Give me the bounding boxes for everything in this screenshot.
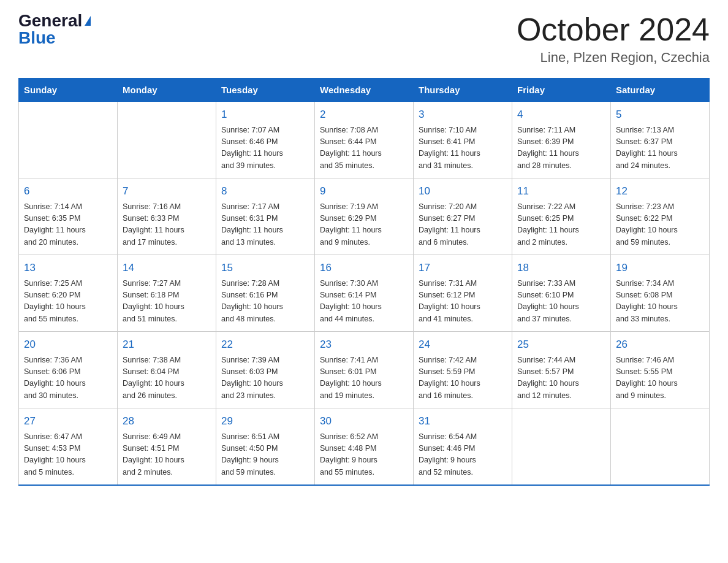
day-number: 12 bbox=[616, 183, 704, 199]
day-info: Sunrise: 7:39 AM Sunset: 6:03 PM Dayligh… bbox=[221, 354, 309, 402]
logo: General Blue bbox=[18, 12, 91, 47]
calendar-cell: 6Sunrise: 7:14 AM Sunset: 6:35 PM Daylig… bbox=[19, 178, 118, 255]
day-number: 11 bbox=[517, 183, 605, 199]
day-info: Sunrise: 7:14 AM Sunset: 6:35 PM Dayligh… bbox=[24, 201, 112, 249]
day-info: Sunrise: 7:16 AM Sunset: 6:33 PM Dayligh… bbox=[123, 201, 211, 249]
calendar-cell: 17Sunrise: 7:31 AM Sunset: 6:12 PM Dayli… bbox=[414, 255, 512, 332]
calendar-week-row: 13Sunrise: 7:25 AM Sunset: 6:20 PM Dayli… bbox=[19, 255, 710, 332]
day-info: Sunrise: 6:54 AM Sunset: 4:46 PM Dayligh… bbox=[419, 431, 507, 479]
day-number: 5 bbox=[616, 107, 704, 123]
day-info: Sunrise: 7:44 AM Sunset: 5:57 PM Dayligh… bbox=[517, 354, 605, 402]
day-info: Sunrise: 7:46 AM Sunset: 5:55 PM Dayligh… bbox=[616, 354, 704, 402]
day-number: 6 bbox=[24, 183, 112, 199]
weekday-header-friday: Friday bbox=[512, 79, 611, 102]
day-number: 3 bbox=[419, 107, 507, 123]
calendar-subtitle: Line, Plzen Region, Czechia bbox=[517, 50, 710, 66]
day-number: 14 bbox=[123, 260, 211, 276]
day-number: 2 bbox=[320, 107, 408, 123]
day-info: Sunrise: 7:20 AM Sunset: 6:27 PM Dayligh… bbox=[419, 201, 507, 249]
calendar-cell: 4Sunrise: 7:11 AM Sunset: 6:39 PM Daylig… bbox=[512, 102, 611, 178]
day-info: Sunrise: 7:17 AM Sunset: 6:31 PM Dayligh… bbox=[221, 201, 309, 249]
logo-triangle-icon bbox=[85, 16, 91, 26]
logo-blue-text: Blue bbox=[18, 29, 56, 47]
calendar-cell: 22Sunrise: 7:39 AM Sunset: 6:03 PM Dayli… bbox=[216, 332, 315, 408]
day-number: 7 bbox=[123, 183, 211, 199]
calendar-cell: 16Sunrise: 7:30 AM Sunset: 6:14 PM Dayli… bbox=[315, 255, 414, 332]
logo-general-text: General bbox=[18, 12, 82, 29]
day-number: 4 bbox=[517, 107, 605, 123]
title-block: October 2024 Line, Plzen Region, Czechia bbox=[517, 12, 710, 66]
weekday-header-thursday: Thursday bbox=[414, 79, 512, 102]
day-info: Sunrise: 7:28 AM Sunset: 6:16 PM Dayligh… bbox=[221, 278, 309, 326]
day-info: Sunrise: 6:52 AM Sunset: 4:48 PM Dayligh… bbox=[320, 431, 408, 479]
calendar-title: October 2024 bbox=[517, 12, 710, 47]
day-number: 24 bbox=[419, 337, 507, 353]
day-info: Sunrise: 7:30 AM Sunset: 6:14 PM Dayligh… bbox=[320, 278, 408, 326]
weekday-header-sunday: Sunday bbox=[19, 79, 118, 102]
day-info: Sunrise: 7:13 AM Sunset: 6:37 PM Dayligh… bbox=[616, 124, 704, 172]
calendar-cell bbox=[512, 408, 611, 486]
calendar-cell: 15Sunrise: 7:28 AM Sunset: 6:16 PM Dayli… bbox=[216, 255, 315, 332]
day-info: Sunrise: 7:31 AM Sunset: 6:12 PM Dayligh… bbox=[419, 278, 507, 326]
calendar-cell bbox=[611, 408, 710, 486]
day-number: 31 bbox=[419, 413, 507, 429]
day-number: 17 bbox=[419, 260, 507, 276]
day-number: 27 bbox=[24, 413, 112, 429]
day-number: 1 bbox=[221, 107, 309, 123]
day-number: 13 bbox=[24, 260, 112, 276]
calendar-cell bbox=[19, 102, 118, 178]
day-info: Sunrise: 7:42 AM Sunset: 5:59 PM Dayligh… bbox=[419, 354, 507, 402]
calendar-cell: 19Sunrise: 7:34 AM Sunset: 6:08 PM Dayli… bbox=[611, 255, 710, 332]
calendar-cell: 18Sunrise: 7:33 AM Sunset: 6:10 PM Dayli… bbox=[512, 255, 611, 332]
page-header: General Blue October 2024 Line, Plzen Re… bbox=[18, 12, 710, 66]
calendar-cell: 21Sunrise: 7:38 AM Sunset: 6:04 PM Dayli… bbox=[118, 332, 216, 408]
day-info: Sunrise: 7:10 AM Sunset: 6:41 PM Dayligh… bbox=[419, 124, 507, 172]
day-number: 26 bbox=[616, 337, 704, 353]
calendar-cell: 1Sunrise: 7:07 AM Sunset: 6:46 PM Daylig… bbox=[216, 102, 315, 178]
calendar-cell: 12Sunrise: 7:23 AM Sunset: 6:22 PM Dayli… bbox=[611, 178, 710, 255]
calendar-cell: 3Sunrise: 7:10 AM Sunset: 6:41 PM Daylig… bbox=[414, 102, 512, 178]
calendar-cell: 10Sunrise: 7:20 AM Sunset: 6:27 PM Dayli… bbox=[414, 178, 512, 255]
calendar-cell: 5Sunrise: 7:13 AM Sunset: 6:37 PM Daylig… bbox=[611, 102, 710, 178]
calendar-cell: 7Sunrise: 7:16 AM Sunset: 6:33 PM Daylig… bbox=[118, 178, 216, 255]
day-info: Sunrise: 7:27 AM Sunset: 6:18 PM Dayligh… bbox=[123, 278, 211, 326]
calendar-cell: 27Sunrise: 6:47 AM Sunset: 4:53 PM Dayli… bbox=[19, 408, 118, 486]
calendar-cell: 11Sunrise: 7:22 AM Sunset: 6:25 PM Dayli… bbox=[512, 178, 611, 255]
day-info: Sunrise: 6:49 AM Sunset: 4:51 PM Dayligh… bbox=[123, 431, 211, 479]
day-info: Sunrise: 7:08 AM Sunset: 6:44 PM Dayligh… bbox=[320, 124, 408, 172]
day-number: 16 bbox=[320, 260, 408, 276]
weekday-header-monday: Monday bbox=[118, 79, 216, 102]
calendar-cell: 30Sunrise: 6:52 AM Sunset: 4:48 PM Dayli… bbox=[315, 408, 414, 486]
day-number: 23 bbox=[320, 337, 408, 353]
calendar-cell: 9Sunrise: 7:19 AM Sunset: 6:29 PM Daylig… bbox=[315, 178, 414, 255]
calendar-cell: 13Sunrise: 7:25 AM Sunset: 6:20 PM Dayli… bbox=[19, 255, 118, 332]
calendar-cell bbox=[118, 102, 216, 178]
day-number: 19 bbox=[616, 260, 704, 276]
day-info: Sunrise: 7:22 AM Sunset: 6:25 PM Dayligh… bbox=[517, 201, 605, 249]
day-number: 18 bbox=[517, 260, 605, 276]
calendar-header: SundayMondayTuesdayWednesdayThursdayFrid… bbox=[19, 79, 710, 102]
day-info: Sunrise: 7:11 AM Sunset: 6:39 PM Dayligh… bbox=[517, 124, 605, 172]
day-number: 10 bbox=[419, 183, 507, 199]
calendar-week-row: 6Sunrise: 7:14 AM Sunset: 6:35 PM Daylig… bbox=[19, 178, 710, 255]
weekday-header-wednesday: Wednesday bbox=[315, 79, 414, 102]
calendar-body: 1Sunrise: 7:07 AM Sunset: 6:46 PM Daylig… bbox=[19, 102, 710, 486]
day-info: Sunrise: 7:34 AM Sunset: 6:08 PM Dayligh… bbox=[616, 278, 704, 326]
calendar-week-row: 1Sunrise: 7:07 AM Sunset: 6:46 PM Daylig… bbox=[19, 102, 710, 178]
calendar-cell: 29Sunrise: 6:51 AM Sunset: 4:50 PM Dayli… bbox=[216, 408, 315, 486]
day-info: Sunrise: 7:19 AM Sunset: 6:29 PM Dayligh… bbox=[320, 201, 408, 249]
calendar-cell: 8Sunrise: 7:17 AM Sunset: 6:31 PM Daylig… bbox=[216, 178, 315, 255]
day-number: 22 bbox=[221, 337, 309, 353]
day-number: 29 bbox=[221, 413, 309, 429]
calendar-cell: 25Sunrise: 7:44 AM Sunset: 5:57 PM Dayli… bbox=[512, 332, 611, 408]
calendar-cell: 26Sunrise: 7:46 AM Sunset: 5:55 PM Dayli… bbox=[611, 332, 710, 408]
day-number: 30 bbox=[320, 413, 408, 429]
calendar-cell: 23Sunrise: 7:41 AM Sunset: 6:01 PM Dayli… bbox=[315, 332, 414, 408]
day-number: 20 bbox=[24, 337, 112, 353]
day-number: 15 bbox=[221, 260, 309, 276]
day-info: Sunrise: 7:33 AM Sunset: 6:10 PM Dayligh… bbox=[517, 278, 605, 326]
calendar-cell: 31Sunrise: 6:54 AM Sunset: 4:46 PM Dayli… bbox=[414, 408, 512, 486]
day-info: Sunrise: 7:23 AM Sunset: 6:22 PM Dayligh… bbox=[616, 201, 704, 249]
calendar-table: SundayMondayTuesdayWednesdayThursdayFrid… bbox=[18, 78, 710, 486]
weekday-header-saturday: Saturday bbox=[611, 79, 710, 102]
